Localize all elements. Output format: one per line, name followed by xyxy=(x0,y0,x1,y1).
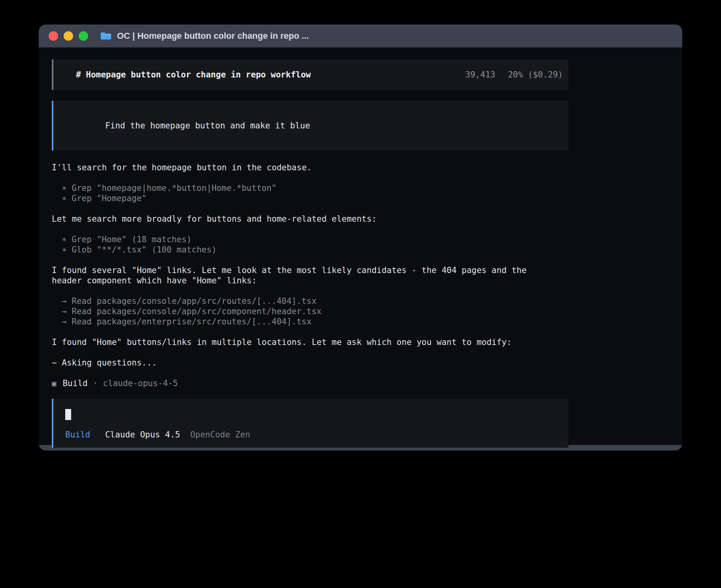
agent-name: Build xyxy=(62,378,87,388)
input-agent-mode: Build xyxy=(65,430,90,439)
tool-call-read: → Read packages/console/app/src/componen… xyxy=(52,306,568,317)
assistant-text: I'll search for the homepage button in t… xyxy=(52,162,568,173)
text-cursor xyxy=(65,409,71,420)
tool-call-grep: ∗ Grep "Home" (18 matches) xyxy=(52,234,568,245)
conversation: I'll search for the homepage button in t… xyxy=(52,162,568,388)
context-cost: 20% ($0.29) xyxy=(508,70,563,79)
tool-call-read: → Read packages/console/app/src/routes/[… xyxy=(52,296,568,306)
traffic-lights xyxy=(49,31,88,41)
user-message: Find the homepage button and make it blu… xyxy=(52,101,568,151)
separator-dot: · xyxy=(93,378,98,388)
window-title: OC | Homepage button color change in rep… xyxy=(117,31,309,41)
assistant-status-text: ~ Asking questions... xyxy=(52,358,568,368)
prompt-input[interactable]: Build Claude Opus 4.5 OpenCode Zen xyxy=(52,399,568,448)
folder-icon xyxy=(100,31,112,41)
terminal-content: # Homepage button color change in repo w… xyxy=(39,47,682,445)
agent-status-icon: ▣ xyxy=(52,378,56,388)
session-title: # Homepage button color change in repo w… xyxy=(76,70,311,80)
user-message-text: Find the homepage button and make it blu… xyxy=(105,121,310,130)
assistant-text: Let me search more broadly for buttons a… xyxy=(52,214,568,224)
assistant-text: I found several "Home" links. Let me loo… xyxy=(52,265,568,286)
tool-call-glob: ∗ Glob "**/*.tsx" (100 matches) xyxy=(52,245,568,255)
agent-status-line: ▣ Build · claude-opus-4-5 xyxy=(52,378,568,388)
token-count: 39,413 xyxy=(465,70,495,79)
session-header: # Homepage button color change in repo w… xyxy=(52,59,568,90)
tool-call-grep: ∗ Grep "Homepage" xyxy=(52,193,568,204)
session-stats: 39,41320% ($0.29) xyxy=(465,70,563,80)
tool-call-read: → Read packages/enterprise/src/routes/[.… xyxy=(52,317,568,327)
titlebar: OC | Homepage button color change in rep… xyxy=(39,24,682,47)
tool-call-grep: ∗ Grep "homepage|home.*button|Home.*butt… xyxy=(52,183,568,193)
minimize-button[interactable] xyxy=(64,31,73,41)
zoom-button[interactable] xyxy=(79,31,88,41)
close-button[interactable] xyxy=(49,31,58,41)
input-provider-name: OpenCode Zen xyxy=(190,430,250,439)
model-id: claude-opus-4-5 xyxy=(103,378,178,388)
assistant-text: I found "Home" buttons/links in multiple… xyxy=(52,337,568,347)
terminal-window: OC | Homepage button color change in rep… xyxy=(39,24,682,450)
input-status-line: Build Claude Opus 4.5 OpenCode Zen xyxy=(65,430,557,440)
input-model-name: Claude Opus 4.5 xyxy=(105,430,180,439)
